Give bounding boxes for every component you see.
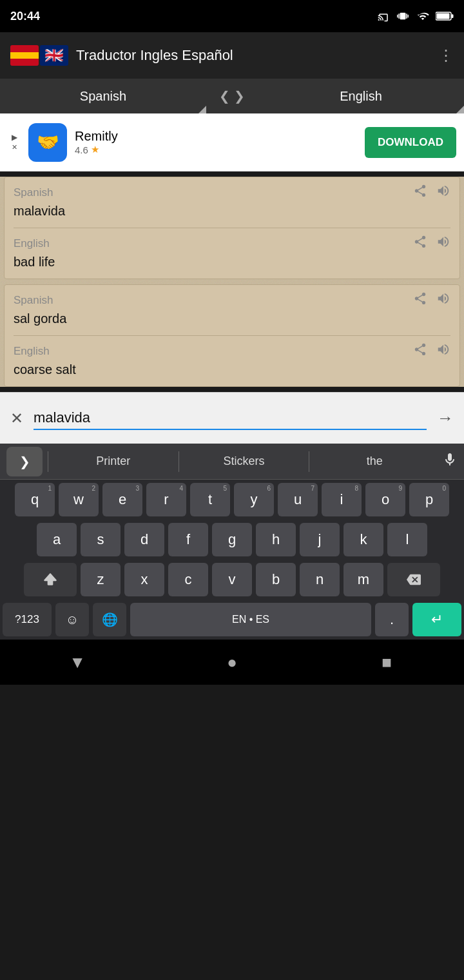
key-p[interactable]: 0p	[409, 483, 449, 516]
suggest-word-2[interactable]: Stickers	[184, 455, 304, 468]
translation-card: Spanish malavida English	[4, 177, 460, 279]
key-l[interactable]: l	[387, 523, 427, 556]
key-y[interactable]: 6y	[234, 483, 274, 516]
key-q[interactable]: 1q	[15, 483, 55, 516]
keyboard-row-1: 1q 2w 3e 4r 5t 6y 7u 8i 9o 0p	[0, 480, 464, 520]
source-actions	[413, 184, 450, 201]
key-i[interactable]: 8i	[322, 483, 362, 516]
key-s[interactable]: s	[81, 523, 121, 556]
sound-icon-3[interactable]	[436, 291, 450, 309]
key-w[interactable]: 2w	[59, 483, 99, 516]
target-text-1: bad life	[14, 255, 450, 272]
more-options-icon[interactable]: ⋮	[438, 46, 454, 64]
card-target-row: English bad life	[5, 228, 459, 279]
key-f[interactable]: f	[168, 523, 208, 556]
key-h[interactable]: h	[256, 523, 296, 556]
ad-app-logo: 🤝	[28, 123, 67, 162]
suggestions-bar: ❯ Printer Stickers the	[0, 444, 464, 480]
shift-key[interactable]	[24, 563, 77, 596]
key-x[interactable]: x	[124, 563, 164, 596]
globe-key[interactable]: 🌐	[93, 603, 126, 636]
suggest-sep-2	[179, 451, 179, 472]
cast-icon	[376, 10, 391, 22]
share-icon[interactable]	[413, 184, 427, 201]
share-icon-4[interactable]	[413, 342, 427, 360]
source-lang-label-2: Spanish	[14, 294, 53, 307]
key-c[interactable]: c	[168, 563, 208, 596]
search-input[interactable]	[34, 407, 427, 429]
emoji-key[interactable]: ☺	[55, 603, 89, 636]
key-u[interactable]: 7u	[278, 483, 318, 516]
target-lang-label: English	[14, 237, 50, 250]
key-o[interactable]: 9o	[365, 483, 405, 516]
app-title: Traductor Ingles Español	[76, 47, 430, 64]
microphone-icon[interactable]	[442, 452, 458, 471]
search-clear-btn[interactable]: ✕	[10, 409, 23, 427]
keyboard-row-3: z x c v b n m	[0, 560, 464, 600]
sound-icon[interactable]	[436, 184, 450, 201]
key-v[interactable]: v	[212, 563, 252, 596]
ad-rating: 4.6 ★	[75, 144, 357, 155]
target-language-label: English	[340, 89, 382, 104]
flag-spain	[10, 45, 39, 66]
home-btn[interactable]: ●	[213, 643, 251, 681]
suggest-word-1[interactable]: Printer	[53, 455, 173, 468]
key-b[interactable]: b	[256, 563, 296, 596]
arrow-right-icon: ❯	[234, 88, 245, 104]
key-j[interactable]: j	[300, 523, 340, 556]
search-input-wrap	[34, 407, 427, 430]
suggest-word-3[interactable]: the	[314, 455, 434, 468]
card-target-lang-header-2: English	[14, 342, 450, 360]
key-d[interactable]: d	[124, 523, 164, 556]
card-source-row: Spanish malavida	[5, 177, 459, 228]
language-swap-arrows[interactable]: ❮ ❯	[206, 88, 258, 104]
dot-key[interactable]: .	[375, 603, 409, 636]
numbers-key[interactable]: ?123	[3, 603, 52, 636]
app-flags: 🇬🇧	[10, 45, 68, 66]
sound-icon-2[interactable]	[436, 235, 450, 252]
ad-info: Remitly 4.6 ★	[75, 129, 357, 155]
keyboard-row-2: a s d f g h j k l	[0, 520, 464, 560]
key-a[interactable]: a	[37, 523, 77, 556]
source-language-btn[interactable]: Spanish	[0, 79, 206, 113]
target-actions	[413, 235, 450, 252]
key-e[interactable]: 3e	[102, 483, 142, 516]
card-source-row-2: Spanish sal gorda	[5, 285, 459, 335]
suggestions-expand-btn[interactable]: ❯	[6, 447, 43, 476]
search-bar: ✕ →	[0, 392, 464, 444]
key-r[interactable]: 4r	[146, 483, 186, 516]
keyboard-row-4: ?123 ☺ 🌐 EN • ES . ↵	[0, 600, 464, 640]
key-z[interactable]: z	[81, 563, 121, 596]
enter-icon: ↵	[431, 611, 443, 628]
search-go-btn[interactable]: →	[437, 408, 454, 428]
recent-btn[interactable]: ■	[367, 643, 406, 681]
vibrate-icon	[396, 10, 410, 22]
share-icon-2[interactable]	[413, 235, 427, 252]
app-header: 🇬🇧 Traductor Ingles Español ⋮	[0, 32, 464, 79]
suggest-sep-3	[309, 451, 309, 472]
card-target-row-2: English coarse salt	[5, 336, 459, 386]
card-target-lang-header: English	[14, 235, 450, 252]
enter-key[interactable]: ↵	[412, 603, 461, 636]
key-t[interactable]: 5t	[190, 483, 230, 516]
target-actions-2	[413, 342, 450, 360]
target-language-btn[interactable]: English	[258, 79, 464, 113]
ad-label: ▶ ✕	[8, 133, 21, 152]
sound-icon-4[interactable]	[436, 342, 450, 360]
back-btn[interactable]: ▼	[58, 643, 97, 681]
source-actions-2	[413, 291, 450, 309]
share-icon-3[interactable]	[413, 291, 427, 309]
space-key[interactable]: EN • ES	[130, 603, 371, 636]
ad-download-btn[interactable]: DOWNLOAD	[365, 127, 456, 158]
key-m[interactable]: m	[343, 563, 383, 596]
key-n[interactable]: n	[300, 563, 340, 596]
star-icon: ★	[91, 144, 99, 155]
key-g[interactable]: g	[212, 523, 252, 556]
home-icon: ●	[227, 652, 237, 672]
delete-key[interactable]	[387, 563, 440, 596]
target-lang-label-2: English	[14, 345, 50, 358]
target-text-2: coarse salt	[14, 362, 450, 380]
arrow-left-icon: ❮	[219, 88, 230, 104]
key-k[interactable]: k	[343, 523, 383, 556]
suggest-sep-1	[48, 451, 48, 472]
